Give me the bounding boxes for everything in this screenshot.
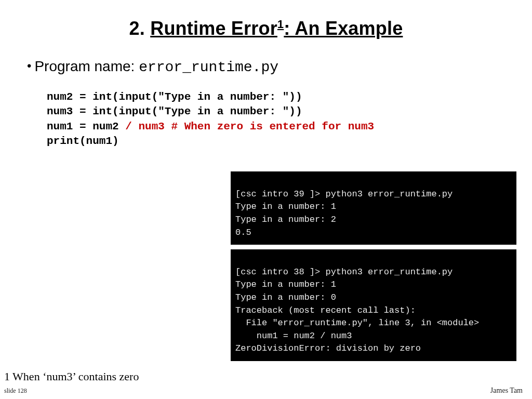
- term2-l7: ZeroDivisionError: division by zero: [235, 343, 421, 353]
- author-name: James Tam: [490, 387, 523, 395]
- term2-l3: Type in a number: 0: [235, 292, 336, 302]
- term2-l4: Traceback (most recent call last):: [235, 305, 416, 315]
- bullet-filename: error_runtime.py: [139, 59, 278, 75]
- bullet-lead: Program name:: [34, 58, 139, 74]
- footnote: 1 When ‘num3’ contains zero: [4, 370, 139, 383]
- term2-l2: Type in a number: 1: [235, 280, 336, 289]
- slide-title: 2. Runtime Error1: An Example: [0, 18, 532, 39]
- title-part2: : An Example: [284, 18, 403, 39]
- terminal-output-success: [csc intro 39 ]> python3 error_runtime.p…: [231, 171, 516, 245]
- code-line-4: print(num1): [47, 134, 532, 149]
- term2-l1: [csc intro 38 ]> python3 error_runtime.p…: [235, 267, 453, 277]
- slide-number: slide 128: [4, 387, 27, 395]
- term1-l4: 0.5: [235, 228, 251, 237]
- code-line-1: num2 = int(input("Type in a number: ")): [47, 90, 532, 104]
- title-number: 2.: [129, 18, 145, 39]
- bullet-line: •Program name: error_runtime.py: [27, 58, 532, 75]
- code-line-2: num3 = int(input("Type in a number: ")): [47, 104, 532, 119]
- code-line-3: num1 = num2 / num3 # When zero is entere…: [47, 119, 532, 134]
- term2-l5: File "error_runtime.py", line 3, in <mod…: [235, 318, 479, 328]
- term1-l2: Type in a number: 1: [235, 202, 336, 211]
- title-part1: Runtime Error: [150, 18, 277, 39]
- title-superscript: 1: [277, 18, 284, 31]
- terminal-output-error: [csc intro 38 ]> python3 error_runtime.p…: [231, 249, 516, 361]
- code-line-3a: num1 = num2: [47, 121, 125, 132]
- bullet-dot-icon: •: [27, 59, 31, 73]
- code-block: num2 = int(input("Type in a number: ")) …: [47, 90, 532, 149]
- term2-l6: num1 = num2 / num3: [235, 331, 352, 341]
- term1-l3: Type in a number: 2: [235, 215, 336, 224]
- code-line-3-highlight: / num3 # When zero is entered for num3: [125, 121, 374, 132]
- term1-l1: [csc intro 39 ]> python3 error_runtime.p…: [235, 189, 453, 199]
